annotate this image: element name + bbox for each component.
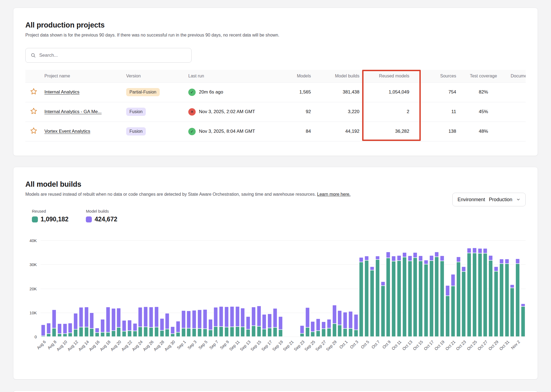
reused-segment[interactable] xyxy=(322,329,326,337)
model-builds-segment[interactable] xyxy=(63,324,67,334)
reused-segment[interactable] xyxy=(203,329,207,337)
model-builds-segment[interactable] xyxy=(305,307,310,327)
reused-segment[interactable] xyxy=(376,260,380,337)
bar-stack[interactable] xyxy=(268,314,272,337)
reused-segment[interactable] xyxy=(354,330,358,337)
reused-segment[interactable] xyxy=(505,264,509,337)
column-header-sources[interactable]: Sources xyxy=(421,70,459,82)
reused-segment[interactable] xyxy=(122,331,126,337)
model-builds-segment[interactable] xyxy=(332,305,337,324)
bar-stack[interactable] xyxy=(52,310,56,337)
bar-stack[interactable] xyxy=(300,325,304,337)
bar-stack[interactable] xyxy=(370,267,374,337)
model-builds-segment[interactable] xyxy=(478,248,482,253)
reused-segment[interactable] xyxy=(133,331,137,337)
bar-stack[interactable] xyxy=(467,248,471,337)
model-builds-segment[interactable] xyxy=(327,319,331,328)
bar-stack[interactable] xyxy=(521,304,525,337)
reused-segment[interactable] xyxy=(241,327,245,337)
model-builds-segment[interactable] xyxy=(138,307,142,327)
model-builds-segment[interactable] xyxy=(424,260,428,264)
reused-segment[interactable] xyxy=(106,332,110,337)
model-builds-segment[interactable] xyxy=(456,257,461,262)
model-builds-segment[interactable] xyxy=(128,320,132,331)
model-builds-segment[interactable] xyxy=(359,257,363,262)
model-builds-segment[interactable] xyxy=(402,252,407,257)
model-builds-segment[interactable] xyxy=(79,307,83,327)
reused-segment[interactable] xyxy=(225,327,229,337)
reused-segment[interactable] xyxy=(257,326,261,337)
bar-stack[interactable] xyxy=(128,320,132,337)
reused-segment[interactable] xyxy=(214,327,218,337)
reused-segment[interactable] xyxy=(424,264,428,337)
model-builds-segment[interactable] xyxy=(494,267,498,271)
model-builds-segment[interactable] xyxy=(262,314,266,329)
model-builds-segment[interactable] xyxy=(510,285,514,288)
bar-stack[interactable] xyxy=(440,256,444,337)
model-builds-segment[interactable] xyxy=(316,319,320,331)
reused-segment[interactable] xyxy=(521,306,525,337)
bar-stack[interactable] xyxy=(176,321,180,337)
search-box[interactable] xyxy=(25,48,192,63)
reused-segment[interactable] xyxy=(316,331,320,337)
reused-segment[interactable] xyxy=(57,334,62,337)
model-builds-segment[interactable] xyxy=(521,304,525,306)
bar-stack[interactable] xyxy=(278,316,283,337)
favorite-star-icon[interactable] xyxy=(30,107,37,115)
bar-stack[interactable] xyxy=(117,308,121,337)
environment-dropdown[interactable]: Environment Production xyxy=(452,193,526,206)
reused-segment[interactable] xyxy=(235,327,240,337)
bar-stack[interactable] xyxy=(338,310,342,337)
bar-stack[interactable] xyxy=(165,313,169,337)
model-builds-segment[interactable] xyxy=(165,313,169,329)
model-builds-segment[interactable] xyxy=(230,306,234,327)
project-name-link[interactable]: Internal Analytics - GA Me... xyxy=(44,109,102,114)
learn-more-link[interactable]: Learn more here. xyxy=(317,192,351,197)
reused-segment[interactable] xyxy=(467,253,471,337)
model-builds-segment[interactable] xyxy=(235,306,240,327)
model-builds-segment[interactable] xyxy=(203,309,207,329)
model-builds-segment[interactable] xyxy=(268,314,272,328)
reused-segment[interactable] xyxy=(349,328,353,337)
reused-segment[interactable] xyxy=(128,331,132,337)
reused-segment[interactable] xyxy=(300,333,304,337)
reused-segment[interactable] xyxy=(370,270,374,337)
reused-segment[interactable] xyxy=(494,271,498,337)
bar-stack[interactable] xyxy=(489,255,493,337)
reused-segment[interactable] xyxy=(262,329,266,337)
bar-stack[interactable] xyxy=(47,323,51,337)
model-builds-segment[interactable] xyxy=(462,267,466,272)
bar-stack[interactable] xyxy=(101,319,105,337)
bar-stack[interactable] xyxy=(446,285,450,337)
reused-segment[interactable] xyxy=(408,261,412,337)
bar-stack[interactable] xyxy=(171,327,175,337)
bar-stack[interactable] xyxy=(451,274,455,337)
model-builds-segment[interactable] xyxy=(176,321,180,332)
model-builds-segment[interactable] xyxy=(57,324,62,333)
bar-stack[interactable] xyxy=(483,248,487,337)
reused-segment[interactable] xyxy=(343,328,347,337)
reused-segment[interactable] xyxy=(413,258,417,337)
favorite-star-icon[interactable] xyxy=(30,127,37,134)
reused-segment[interactable] xyxy=(446,296,450,337)
bar-stack[interactable] xyxy=(376,256,380,337)
bar-stack[interactable] xyxy=(516,259,520,337)
reused-segment[interactable] xyxy=(381,286,385,337)
bar-stack[interactable] xyxy=(456,257,461,337)
reused-segment[interactable] xyxy=(90,328,94,337)
reused-segment[interactable] xyxy=(155,327,159,337)
reused-segment[interactable] xyxy=(278,330,283,337)
bar-stack[interactable] xyxy=(478,248,482,337)
bar-stack[interactable] xyxy=(322,322,326,337)
reused-segment[interactable] xyxy=(252,326,256,337)
bar-stack[interactable] xyxy=(429,255,434,337)
bar-stack[interactable] xyxy=(203,309,207,337)
reused-segment[interactable] xyxy=(68,333,72,337)
reused-segment[interactable] xyxy=(111,331,116,337)
reused-segment[interactable] xyxy=(483,253,487,337)
reused-segment[interactable] xyxy=(435,257,439,337)
reused-segment[interactable] xyxy=(171,334,175,337)
bar-stack[interactable] xyxy=(144,307,148,337)
model-builds-segment[interactable] xyxy=(241,308,245,327)
bar-stack[interactable] xyxy=(160,318,164,337)
